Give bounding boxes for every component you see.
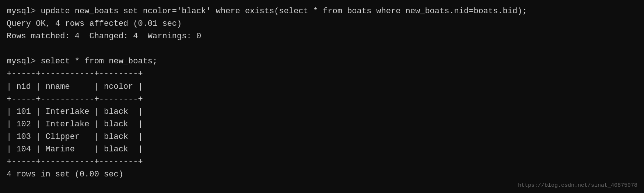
- terminal-line: mysql> update new_boats set ncolor='blac…: [7, 5, 637, 18]
- terminal-line: mysql> select * from new_boats;: [7, 55, 637, 68]
- terminal-line: +-----+-----------+--------+: [7, 156, 637, 168]
- terminal-line: | 102 | Interlake | black |: [7, 118, 637, 131]
- empty-line: [7, 43, 637, 55]
- watermark: https://blog.csdn.net/sinat_40875078: [518, 182, 637, 189]
- terminal-line: Rows matched: 4 Changed: 4 Warnings: 0: [7, 30, 637, 43]
- terminal-line: | 104 | Marine | black |: [7, 143, 637, 156]
- terminal-line: | nid | nname | ncolor |: [7, 81, 637, 93]
- terminal-window: mysql> update new_boats set ncolor='blac…: [0, 0, 644, 193]
- terminal-line: | 101 | Interlake | black |: [7, 106, 637, 118]
- terminal-line: 4 rows in set (0.00 sec): [7, 168, 637, 181]
- terminal-line: Query OK, 4 rows affected (0.01 sec): [7, 18, 637, 30]
- terminal-line: +-----+-----------+--------+: [7, 93, 637, 106]
- terminal-line: | 103 | Clipper | black |: [7, 131, 637, 143]
- terminal-line: +-----+-----------+--------+: [7, 68, 637, 80]
